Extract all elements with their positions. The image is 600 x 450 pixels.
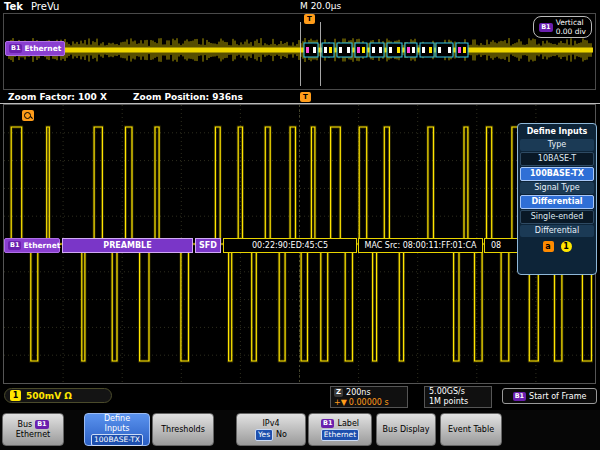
label-button-text: Label — [337, 419, 359, 428]
menu-event-table-button[interactable]: Event Table — [440, 413, 502, 446]
bus-decode-row: B1 Ethernet PREAMBLE SFD 00:22:90:ED:45:… — [4, 238, 596, 253]
bus-badge: B1 — [321, 419, 334, 428]
frame-label: Start of Frame — [529, 392, 586, 401]
bottom-menu-bar: Bus B1 Ethernet Define Inputs 100BASE-TX… — [0, 410, 600, 450]
bus-badge: B1 — [9, 44, 22, 53]
overview-waveform-area: T B1 Ethernet B1 Vertical 0.00 div — [3, 13, 596, 90]
bus-button-label: Bus — [17, 420, 32, 429]
menu-thresholds-button[interactable]: Thresholds — [152, 413, 214, 446]
acquisition-status: PreVu — [31, 1, 59, 12]
bus-badge: B1 — [35, 420, 48, 429]
signal-option-single-ended[interactable]: Single-ended — [520, 210, 594, 224]
menu-label-button[interactable]: B1 Label Ethernet — [308, 413, 372, 446]
bus-badge: B1 — [8, 241, 21, 250]
differential-source-row[interactable]: a 1 — [520, 238, 594, 254]
decode-field-preamble: PREAMBLE — [62, 238, 193, 253]
bus-label-decode[interactable]: B1 Ethernet — [4, 238, 60, 253]
zoom-position-readout: Zoom Position: 936ns — [133, 92, 243, 102]
bus-button-sublabel: Ethernet — [16, 430, 50, 439]
event-table-label: Event Table — [448, 425, 494, 434]
menu-bus-display-button[interactable]: Bus Display — [376, 413, 436, 446]
zoom-factor-readout: Zoom Factor: 100 X — [8, 92, 107, 102]
bus-badge: B1 — [539, 23, 552, 32]
trigger-position-marker[interactable]: T — [300, 92, 311, 102]
vertical-label: Vertical — [556, 18, 586, 27]
bus-name: Ethernet — [23, 241, 60, 250]
label-current-value-chip: Ethernet — [321, 429, 359, 441]
bus-name: Ethernet — [24, 44, 61, 53]
thresholds-label: Thresholds — [161, 425, 205, 434]
source-channel1-icon[interactable]: 1 — [561, 241, 572, 252]
channel1-scale-readout[interactable]: 1 500mV Ω — [4, 388, 112, 403]
type-section-label: Type — [520, 139, 594, 151]
menu-ipv4-button[interactable]: IPv4 Yes No — [236, 413, 306, 446]
tek-logo: Tek — [4, 1, 23, 12]
type-option-10base-t[interactable]: 10BASE-T — [520, 152, 594, 166]
trigger-marker-icon[interactable]: T — [304, 14, 315, 24]
source-a-icon[interactable]: a — [543, 241, 554, 252]
signal-type-section-label: Signal Type — [520, 182, 594, 194]
channel1-badge[interactable]: 1 — [10, 390, 21, 401]
channel1-scale-value: 500mV Ω — [26, 391, 72, 401]
zoom-timebase-box: Z 200ns +▼ 0.00000 s — [330, 386, 408, 408]
decode-field-sfd: SFD — [195, 238, 221, 253]
trigger-time-icon: +▼ — [334, 398, 347, 407]
panel-title: Define Inputs — [520, 126, 594, 138]
define-line2: Inputs — [105, 424, 130, 433]
status-bar: 1 500mV Ω Z 200ns +▼ 0.00000 s 5.00GS/s … — [0, 384, 600, 410]
oscilloscope-screen: Tek PreVu M 20.0μs T B1 Ethernet B1 Vert… — [0, 0, 600, 450]
differential-source-label: Differential — [520, 225, 594, 237]
vertical-value: 0.00 div — [556, 27, 586, 36]
bus-badge: B1 — [513, 392, 526, 401]
start-of-frame-badge: B1 Start of Frame — [502, 388, 597, 404]
timebase-readout: M 20.0μs — [300, 1, 341, 11]
ipv4-no-option[interactable]: No — [276, 430, 287, 439]
zoomed-waveform-area: B1 Ethernet PREAMBLE SFD 00:22:90:ED:45:… — [3, 104, 596, 384]
bus-display-label: Bus Display — [383, 425, 430, 434]
record-length-value: 1M points — [429, 397, 491, 407]
ipv4-yes-chip[interactable]: Yes — [255, 429, 273, 441]
ipv4-label: IPv4 — [262, 419, 279, 428]
define-current-value-chip: 100BASE-TX — [91, 434, 143, 446]
zoom-window-right-edge[interactable] — [320, 22, 321, 86]
decode-field-mac-src: MAC Src: 08:00:11:FF:01:CA — [358, 238, 483, 253]
bus-label-overview[interactable]: B1 Ethernet — [5, 41, 65, 56]
sample-rate-value: 5.00GS/s — [429, 387, 491, 397]
menu-bus-button[interactable]: Bus B1 Ethernet — [2, 413, 64, 446]
vertical-position-badge: B1 Vertical 0.00 div — [533, 16, 592, 38]
menu-define-inputs-button[interactable]: Define Inputs 100BASE-TX — [84, 413, 150, 446]
zoom-window-left-edge[interactable] — [300, 22, 301, 86]
decode-field-mac-dest: 00:22:90:ED:45:C5 — [223, 238, 357, 253]
top-status-bar: Tek PreVu M 20.0μs — [0, 0, 600, 13]
signal-option-differential[interactable]: Differential — [520, 195, 594, 209]
type-option-100base-tx[interactable]: 100BASE-TX — [520, 167, 594, 181]
zoom-scale-value: 200ns — [346, 388, 371, 397]
acquisition-readout: 5.00GS/s 1M points — [424, 386, 492, 408]
zoom-z-icon: Z — [334, 388, 343, 397]
zoom-magnifier-icon — [22, 110, 34, 121]
define-line1: Define — [104, 414, 130, 423]
trigger-time-value: 0.00000 s — [349, 398, 389, 407]
define-inputs-panel: Define Inputs Type 10BASE-T 100BASE-TX S… — [517, 123, 597, 275]
